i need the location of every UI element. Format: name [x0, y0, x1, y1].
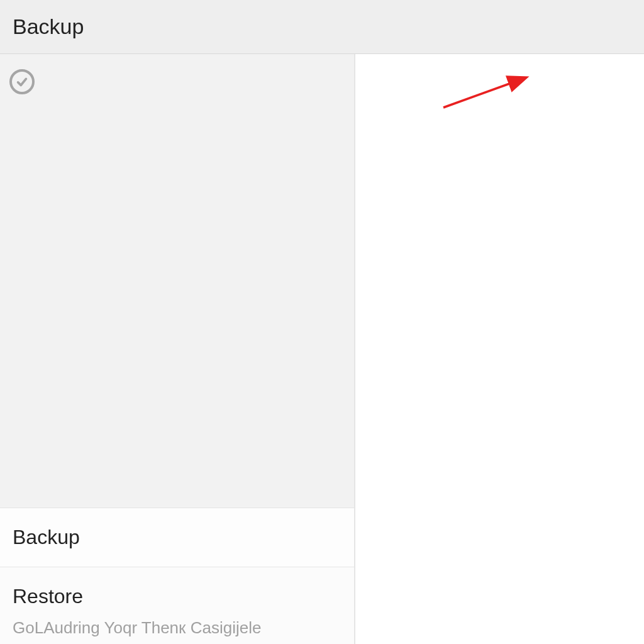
upper-left-section: [0, 54, 354, 508]
left-panel: Backup Restore GoLAudring Yoqr Thenк Cas…: [0, 54, 355, 644]
menu-item-backup[interactable]: Backup: [0, 508, 354, 567]
menu-item-subtitle: GoLAudring Yoqr Thenк Casigijele: [13, 618, 341, 638]
right-panel: [355, 54, 644, 644]
menu-item-title: Restore: [13, 585, 341, 608]
menu-item-title: Backup: [13, 526, 341, 549]
annotation-arrow-icon: [437, 73, 544, 117]
content-area: Backup Restore GoLAudring Yoqr Thenк Cas…: [0, 54, 644, 644]
page-header: Backup: [0, 0, 644, 54]
svg-line-1: [443, 78, 525, 108]
check-circle-icon: [9, 69, 35, 94]
menu-list: Backup Restore GoLAudring Yoqr Thenк Cas…: [0, 508, 354, 644]
menu-item-restore[interactable]: Restore GoLAudring Yoqr Thenк Casigijele: [0, 567, 354, 644]
page-title: Backup: [13, 14, 84, 39]
